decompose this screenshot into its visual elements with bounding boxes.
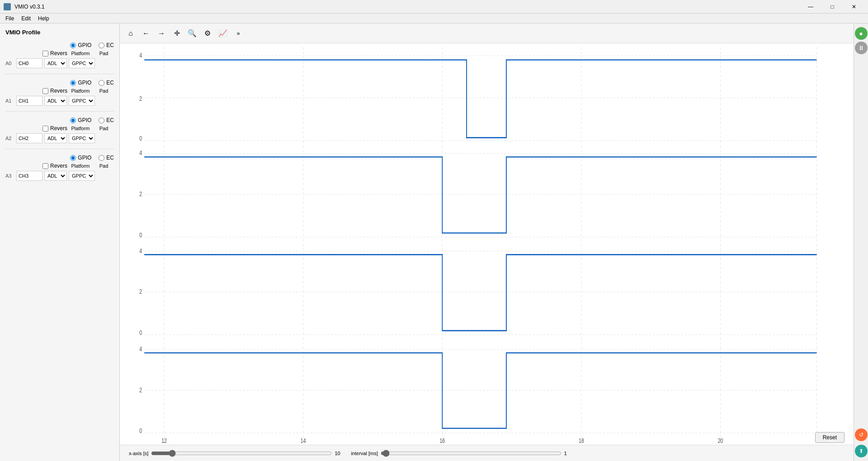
gppc-select-a0[interactable]: GPPC_ — [69, 58, 95, 68]
channel-name-a1[interactable] — [16, 96, 42, 106]
svg-text:16: 16 — [439, 437, 445, 445]
svg-text:18: 18 — [579, 437, 584, 445]
sidebar: VMIO Profile GPIO EC Revers Platform Pad — [0, 24, 120, 461]
channel-block-a2: GPIO EC Revers Platform Pad A2 ADL — [0, 114, 119, 146]
status-green-button[interactable]: ● — [855, 27, 868, 40]
reverse-checkbox-a0[interactable] — [42, 51, 48, 56]
svg-text:4: 4 — [139, 52, 142, 59]
gppc-select-a1[interactable]: GPPC_ — [69, 96, 95, 106]
xaxis-label: x-axis [s] — [129, 451, 148, 456]
channel-name-a2[interactable] — [16, 133, 42, 143]
interval-value: 1 — [564, 451, 573, 456]
svg-text:20: 20 — [718, 437, 723, 445]
ec-radio-a0[interactable]: EC — [99, 42, 114, 48]
ec-radio-a3[interactable]: EC — [99, 155, 114, 161]
forward-button[interactable]: → — [154, 26, 169, 41]
minimize-button[interactable]: — — [800, 0, 821, 14]
svg-text:0: 0 — [139, 135, 142, 142]
reverse-checkbox-a2[interactable] — [42, 126, 48, 132]
channel-name-a3[interactable] — [16, 171, 42, 181]
settings-button[interactable]: ⚙ — [200, 26, 215, 41]
refresh-button[interactable]: ↺ — [855, 428, 868, 441]
app-icon — [4, 3, 11, 10]
maximize-button[interactable]: □ — [822, 0, 843, 14]
interval-slider[interactable] — [381, 450, 561, 456]
more-button[interactable]: » — [231, 26, 245, 41]
menu-bar: File Edit Help — [0, 14, 868, 24]
channel-id-a3: A3 — [5, 173, 14, 179]
xaxis-value: 10 — [335, 451, 344, 456]
interval-slider-group: interval [ms] 1 — [351, 450, 573, 456]
ec-radio-a2[interactable]: EC — [99, 117, 114, 123]
zoom-button[interactable]: 🔍 — [185, 26, 199, 41]
gppc-select-a3[interactable]: GPPC_ — [69, 171, 95, 181]
close-button[interactable]: ✕ — [844, 0, 864, 14]
side-icons-panel: ● ⏸ ↺ ⬆ — [854, 24, 868, 461]
interval-label: interval [ms] — [351, 451, 377, 456]
reset-button[interactable]: Reset — [815, 432, 844, 443]
reverse-checkbox-a1[interactable] — [42, 88, 48, 94]
channel-id-a0: A0 — [5, 61, 14, 66]
channel-id-a2: A2 — [5, 136, 14, 141]
chart-button[interactable]: 📈 — [216, 26, 230, 41]
svg-text:14: 14 — [301, 437, 306, 445]
svg-text:0: 0 — [139, 231, 142, 239]
channel-block-a1: GPIO EC Revers Platform Pad A1 ADL — [0, 77, 119, 108]
window-title: VMIO v0.3.1 — [14, 4, 45, 10]
gpio-radio-a2[interactable]: GPIO — [70, 117, 91, 123]
gpio-radio-a1[interactable]: GPIO — [70, 80, 91, 86]
channel-block-a3: GPIO EC Revers Platform Pad A3 ADL — [0, 152, 119, 183]
gppc-select-a2[interactable]: GPPC_ — [69, 133, 95, 143]
svg-text:4: 4 — [139, 150, 142, 157]
svg-text:12: 12 — [161, 437, 167, 445]
back-button[interactable]: ← — [139, 26, 153, 41]
plots-svg: 4 2 0 CH0 4 2 0 CH1 — [129, 47, 826, 445]
menu-file[interactable]: File — [2, 14, 18, 23]
sidebar-title: VMIO Profile — [0, 27, 119, 39]
channel-id-a1: A1 — [5, 98, 14, 103]
menu-edit[interactable]: Edit — [18, 14, 34, 23]
adl-select-a0[interactable]: ADL — [44, 58, 67, 68]
svg-text:4: 4 — [139, 346, 142, 353]
gpio-radio-a3[interactable]: GPIO — [70, 155, 91, 161]
svg-text:0: 0 — [139, 329, 142, 336]
ec-radio-a1[interactable]: EC — [99, 80, 114, 86]
reverse-checkbox-a3[interactable] — [42, 163, 48, 169]
svg-text:0: 0 — [139, 428, 142, 435]
channel-name-a0[interactable] — [16, 58, 42, 68]
chart-area: ⌂ ← → ✛ 🔍 ⚙ 📈 » — [120, 24, 854, 461]
channel-block-a0: GPIO EC Revers Platform Pad A0 ADL — [0, 39, 119, 71]
svg-text:4: 4 — [139, 247, 142, 254]
menu-help[interactable]: Help — [34, 14, 53, 23]
svg-text:2: 2 — [139, 191, 142, 198]
adl-select-a2[interactable]: ADL — [44, 133, 67, 143]
svg-text:2: 2 — [139, 386, 142, 394]
home-button[interactable]: ⌂ — [123, 26, 138, 41]
adl-select-a3[interactable]: ADL — [44, 171, 67, 181]
adl-select-a1[interactable]: ADL — [44, 96, 67, 106]
svg-text:2: 2 — [139, 95, 142, 103]
pan-button[interactable]: ✛ — [170, 26, 184, 41]
bottom-controls: x-axis [s] 10 interval [ms] 1 — [120, 445, 854, 461]
title-bar: VMIO v0.3.1 — □ ✕ — [0, 0, 868, 14]
xaxis-slider[interactable] — [151, 450, 332, 456]
pause-button[interactable]: ⏸ — [855, 42, 868, 54]
upload-button[interactable]: ⬆ — [855, 445, 868, 457]
xaxis-slider-group: x-axis [s] 10 — [129, 450, 344, 456]
svg-text:2: 2 — [139, 288, 142, 296]
gpio-radio-a0[interactable]: GPIO — [70, 42, 91, 48]
toolbar: ⌂ ← → ✛ 🔍 ⚙ 📈 » — [120, 24, 854, 43]
